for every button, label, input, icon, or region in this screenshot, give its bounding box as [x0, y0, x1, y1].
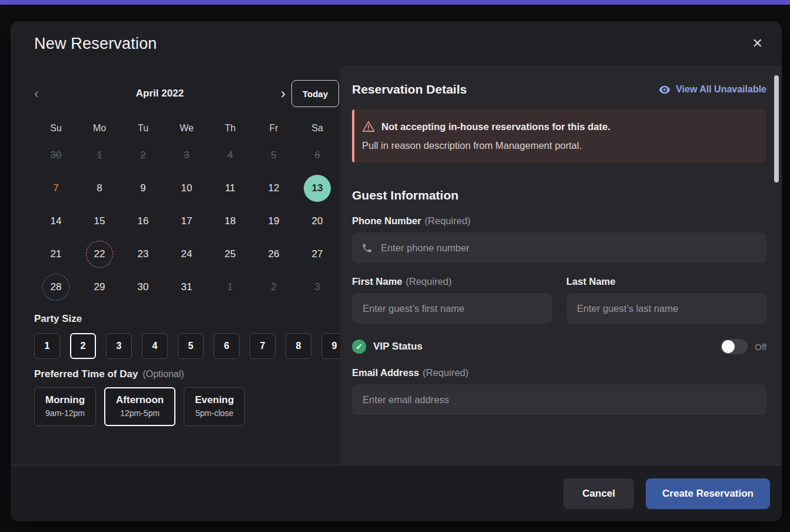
- email-required-text: (Required): [423, 367, 469, 378]
- vip-status-label: VIP Status: [373, 341, 423, 353]
- email-input[interactable]: [361, 394, 757, 406]
- modal-body: ‹ April 2022 › Today SuMoTuWeThFrSa 3012…: [11, 66, 782, 465]
- calendar-day-3: 3: [165, 139, 208, 172]
- phone-label-text: Phone Number: [352, 215, 421, 226]
- reservation-details-header: Reservation Details View All Unavailable: [352, 82, 766, 97]
- last-name-input[interactable]: [576, 302, 757, 315]
- party-size-9[interactable]: 9: [321, 333, 340, 359]
- calendar-day-6: 6: [296, 139, 339, 172]
- calendar-month-label: April 2022: [58, 88, 262, 99]
- new-reservation-modal: New Reservation ✕ ‹ April 2022 › Today S…: [11, 21, 782, 521]
- phone-field: [352, 232, 766, 263]
- calendar-day-2: 2: [121, 139, 165, 172]
- party-size-8[interactable]: 8: [286, 333, 311, 359]
- calendar-day-grid: 3012345678910111213141516171819202122232…: [34, 139, 340, 304]
- phone-icon: [361, 242, 373, 254]
- calendar-day-8[interactable]: 8: [78, 172, 121, 205]
- name-fields-row: First Name(Required) Last Name: [352, 263, 766, 324]
- calendar-day-29[interactable]: 29: [78, 271, 121, 304]
- phone-input[interactable]: [380, 242, 757, 254]
- today-button[interactable]: Today: [291, 80, 339, 107]
- unavailable-alert: Not accepting in-house reservations for …: [352, 109, 766, 162]
- time-option-evening[interactable]: Evening5pm-close: [184, 387, 245, 426]
- time-of-day-label-text: Preferred Time of Day: [34, 368, 138, 380]
- calendar-day-27[interactable]: 27: [296, 238, 339, 271]
- alert-title-text: Not accepting in-house reservations for …: [381, 121, 610, 132]
- calendar-day-18[interactable]: 18: [208, 205, 252, 238]
- weekday-label-tu: Tu: [121, 118, 165, 139]
- calendar-panel: ‹ April 2022 › Today SuMoTuWeThFrSa 3012…: [11, 66, 340, 465]
- calendar-day-19[interactable]: 19: [252, 205, 296, 238]
- time-of-day-optional-label: (Optional): [142, 369, 184, 379]
- calendar-nav: ‹ April 2022 › Today: [34, 80, 339, 107]
- weekday-label-we: We: [165, 118, 208, 139]
- weekday-label-su: Su: [34, 118, 78, 139]
- party-size-label: Party Size: [34, 313, 340, 325]
- modal-footer: Cancel Create Reservation: [11, 465, 782, 521]
- vip-toggle-state: Off: [755, 342, 766, 352]
- first-name-label: First Name(Required): [352, 276, 552, 287]
- calendar-day-22[interactable]: 22: [78, 238, 121, 271]
- first-name-input[interactable]: [361, 302, 543, 315]
- vip-status-row: ✓ VIP Status Off: [352, 339, 766, 354]
- email-label: Email Address(Required): [352, 367, 766, 378]
- calendar-day-11[interactable]: 11: [208, 172, 252, 205]
- calendar-day-16[interactable]: 16: [121, 205, 165, 238]
- scrollbar[interactable]: [774, 75, 779, 182]
- calendar-day-9[interactable]: 9: [121, 172, 165, 205]
- calendar-day-3: 3: [296, 271, 339, 304]
- calendar-day-26[interactable]: 26: [252, 238, 296, 271]
- top-accent-bar: [0, 0, 790, 5]
- cancel-button[interactable]: Cancel: [563, 478, 634, 509]
- party-size-6[interactable]: 6: [214, 333, 240, 359]
- next-month-icon[interactable]: ›: [262, 87, 286, 101]
- calendar-day-20[interactable]: 20: [296, 205, 339, 238]
- calendar-day-4: 4: [208, 139, 252, 172]
- calendar-day-5: 5: [252, 139, 296, 172]
- party-size-3[interactable]: 3: [106, 333, 132, 359]
- email-field: [352, 384, 766, 415]
- calendar-day-25[interactable]: 25: [208, 238, 252, 271]
- calendar-day-1: 1: [78, 139, 121, 172]
- warning-icon: [362, 121, 375, 132]
- calendar-day-21[interactable]: 21: [34, 238, 78, 271]
- calendar-day-2: 2: [252, 271, 296, 304]
- calendar-day-17[interactable]: 17: [165, 205, 208, 238]
- party-size-5[interactable]: 5: [178, 333, 204, 359]
- weekday-label-mo: Mo: [78, 118, 121, 139]
- vip-toggle-group: Off: [721, 339, 766, 354]
- vip-toggle[interactable]: [721, 339, 748, 354]
- weekday-label-sa: Sa: [296, 118, 339, 139]
- calendar-day-7[interactable]: 7: [34, 172, 78, 205]
- party-size-4[interactable]: 4: [142, 333, 168, 359]
- calendar-day-23[interactable]: 23: [121, 238, 165, 271]
- calendar-day-12[interactable]: 12: [252, 172, 296, 205]
- calendar-day-1: 1: [208, 271, 252, 304]
- calendar-day-31[interactable]: 31: [165, 271, 208, 304]
- prev-month-icon[interactable]: ‹: [34, 87, 58, 101]
- eye-icon: [659, 85, 670, 94]
- party-size-options: 123456789: [34, 333, 340, 359]
- time-of-day-options: Morning9am-12pmAfternoon12pm-5pmEvening5…: [34, 387, 340, 426]
- close-icon[interactable]: ✕: [749, 34, 766, 54]
- create-reservation-button[interactable]: Create Reservation: [646, 478, 770, 509]
- calendar-day-30: 30: [34, 139, 78, 172]
- phone-number-label: Phone Number(Required): [352, 215, 766, 227]
- calendar-day-13[interactable]: 13: [296, 172, 339, 205]
- calendar-day-15[interactable]: 15: [78, 205, 121, 238]
- calendar-day-30[interactable]: 30: [121, 271, 165, 304]
- view-all-unavailable-link[interactable]: View All Unavailable: [659, 84, 766, 95]
- party-size-1[interactable]: 1: [34, 333, 60, 359]
- calendar-day-28[interactable]: 28: [34, 271, 78, 304]
- time-option-afternoon[interactable]: Afternoon12pm-5pm: [104, 387, 175, 426]
- calendar-day-10[interactable]: 10: [165, 172, 208, 205]
- party-size-7[interactable]: 7: [250, 333, 275, 359]
- calendar-day-24[interactable]: 24: [165, 238, 208, 271]
- time-option-morning[interactable]: Morning9am-12pm: [34, 387, 96, 426]
- details-panel: Reservation Details View All Unavailable: [340, 66, 782, 465]
- vip-check-icon: ✓: [352, 340, 366, 354]
- calendar-day-14[interactable]: 14: [34, 205, 78, 238]
- party-size-2[interactable]: 2: [70, 333, 96, 359]
- last-name-field: [566, 293, 766, 324]
- weekday-label-fr: Fr: [252, 118, 296, 139]
